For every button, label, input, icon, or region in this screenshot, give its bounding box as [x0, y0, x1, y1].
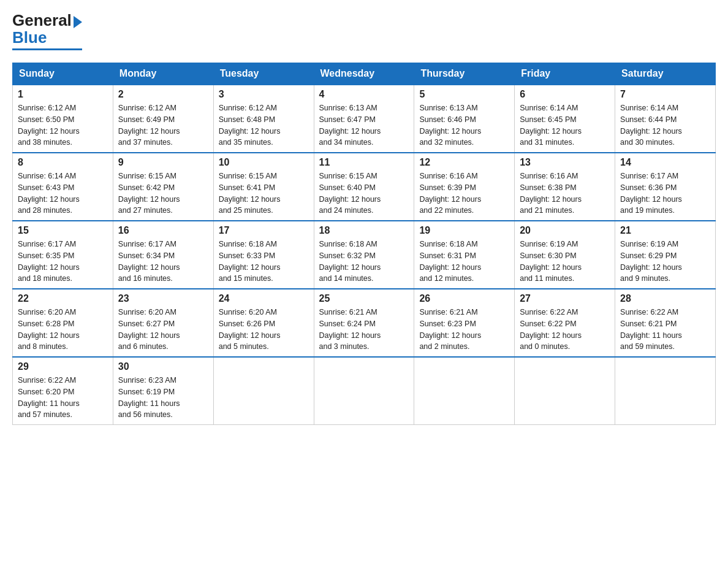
day-number: 14 — [620, 157, 710, 168]
day-info: Sunrise: 6:21 AMSunset: 6:24 PMDaylight:… — [319, 307, 409, 353]
day-number: 24 — [219, 293, 309, 304]
calendar-cell: 17Sunrise: 6:18 AMSunset: 6:33 PMDayligh… — [213, 221, 314, 289]
day-number: 10 — [219, 157, 309, 168]
day-info: Sunrise: 6:22 AMSunset: 6:22 PMDaylight:… — [520, 307, 610, 353]
calendar-cell: 21Sunrise: 6:19 AMSunset: 6:29 PMDayligh… — [615, 221, 716, 289]
calendar-cell: 3Sunrise: 6:12 AMSunset: 6:48 PMDaylight… — [213, 85, 314, 153]
calendar-cell: 2Sunrise: 6:12 AMSunset: 6:49 PMDaylight… — [113, 85, 213, 153]
calendar-week-4: 22Sunrise: 6:20 AMSunset: 6:28 PMDayligh… — [13, 289, 716, 357]
day-number: 15 — [18, 225, 108, 236]
day-info: Sunrise: 6:13 AMSunset: 6:47 PMDaylight:… — [319, 102, 409, 148]
calendar-cell: 6Sunrise: 6:14 AMSunset: 6:45 PMDaylight… — [515, 85, 615, 153]
header-cell-sunday: Sunday — [13, 63, 113, 85]
day-number: 20 — [520, 225, 610, 236]
header-cell-wednesday: Wednesday — [314, 63, 414, 85]
calendar-cell: 14Sunrise: 6:17 AMSunset: 6:36 PMDayligh… — [615, 153, 716, 221]
page-header: General Blue — [12, 12, 716, 50]
calendar-header: SundayMondayTuesdayWednesdayThursdayFrid… — [13, 63, 716, 85]
calendar-table: SundayMondayTuesdayWednesdayThursdayFrid… — [12, 63, 716, 425]
day-number: 3 — [219, 89, 309, 100]
day-info: Sunrise: 6:22 AMSunset: 6:20 PMDaylight:… — [18, 375, 108, 421]
calendar-cell: 9Sunrise: 6:15 AMSunset: 6:42 PMDaylight… — [113, 153, 213, 221]
calendar-cell: 5Sunrise: 6:13 AMSunset: 6:46 PMDaylight… — [414, 85, 515, 153]
day-number: 16 — [118, 225, 208, 236]
calendar-cell: 22Sunrise: 6:20 AMSunset: 6:28 PMDayligh… — [13, 289, 113, 357]
calendar-cell: 30Sunrise: 6:23 AMSunset: 6:19 PMDayligh… — [113, 357, 213, 425]
header-row: SundayMondayTuesdayWednesdayThursdayFrid… — [13, 63, 716, 85]
day-number: 27 — [520, 293, 610, 304]
logo-arrow-icon — [74, 16, 82, 28]
day-number: 19 — [419, 225, 509, 236]
day-info: Sunrise: 6:12 AMSunset: 6:48 PMDaylight:… — [219, 102, 309, 148]
day-info: Sunrise: 6:23 AMSunset: 6:19 PMDaylight:… — [118, 375, 208, 421]
calendar-cell: 23Sunrise: 6:20 AMSunset: 6:27 PMDayligh… — [113, 289, 213, 357]
day-info: Sunrise: 6:22 AMSunset: 6:21 PMDaylight:… — [620, 307, 710, 353]
day-info: Sunrise: 6:15 AMSunset: 6:42 PMDaylight:… — [118, 170, 208, 216]
calendar-cell — [515, 357, 615, 425]
day-info: Sunrise: 6:14 AMSunset: 6:45 PMDaylight:… — [520, 102, 610, 148]
day-number: 1 — [18, 89, 108, 100]
day-number: 29 — [18, 361, 108, 372]
day-info: Sunrise: 6:20 AMSunset: 6:27 PMDaylight:… — [118, 307, 208, 353]
calendar-week-3: 15Sunrise: 6:17 AMSunset: 6:35 PMDayligh… — [13, 221, 716, 289]
day-info: Sunrise: 6:15 AMSunset: 6:41 PMDaylight:… — [219, 170, 309, 216]
calendar-cell: 28Sunrise: 6:22 AMSunset: 6:21 PMDayligh… — [615, 289, 716, 357]
calendar-cell: 7Sunrise: 6:14 AMSunset: 6:44 PMDaylight… — [615, 85, 716, 153]
day-info: Sunrise: 6:21 AMSunset: 6:23 PMDaylight:… — [419, 307, 509, 353]
calendar-cell: 10Sunrise: 6:15 AMSunset: 6:41 PMDayligh… — [213, 153, 314, 221]
header-cell-tuesday: Tuesday — [213, 63, 314, 85]
calendar-week-2: 8Sunrise: 6:14 AMSunset: 6:43 PMDaylight… — [13, 153, 716, 221]
day-number: 25 — [319, 293, 409, 304]
day-number: 6 — [520, 89, 610, 100]
day-info: Sunrise: 6:18 AMSunset: 6:31 PMDaylight:… — [419, 239, 509, 285]
calendar-body: 1Sunrise: 6:12 AMSunset: 6:50 PMDaylight… — [13, 85, 716, 425]
calendar-cell: 12Sunrise: 6:16 AMSunset: 6:39 PMDayligh… — [414, 153, 515, 221]
day-number: 17 — [219, 225, 309, 236]
day-info: Sunrise: 6:16 AMSunset: 6:38 PMDaylight:… — [520, 170, 610, 216]
header-cell-thursday: Thursday — [414, 63, 515, 85]
day-info: Sunrise: 6:17 AMSunset: 6:35 PMDaylight:… — [18, 239, 108, 285]
day-info: Sunrise: 6:14 AMSunset: 6:43 PMDaylight:… — [18, 170, 108, 216]
day-info: Sunrise: 6:12 AMSunset: 6:49 PMDaylight:… — [118, 102, 208, 148]
day-number: 4 — [319, 89, 409, 100]
day-info: Sunrise: 6:14 AMSunset: 6:44 PMDaylight:… — [620, 102, 710, 148]
day-info: Sunrise: 6:20 AMSunset: 6:26 PMDaylight:… — [219, 307, 309, 353]
calendar-cell — [213, 357, 314, 425]
day-number: 30 — [118, 361, 208, 372]
day-number: 18 — [319, 225, 409, 236]
logo: General Blue — [12, 12, 82, 50]
day-number: 9 — [118, 157, 208, 168]
day-number: 11 — [319, 157, 409, 168]
day-number: 23 — [118, 293, 208, 304]
day-info: Sunrise: 6:20 AMSunset: 6:28 PMDaylight:… — [18, 307, 108, 353]
day-number: 12 — [419, 157, 509, 168]
logo-blue-word: Blue — [12, 28, 47, 47]
header-cell-friday: Friday — [515, 63, 615, 85]
day-number: 21 — [620, 225, 710, 236]
calendar-cell: 27Sunrise: 6:22 AMSunset: 6:22 PMDayligh… — [515, 289, 615, 357]
day-info: Sunrise: 6:12 AMSunset: 6:50 PMDaylight:… — [18, 102, 108, 148]
day-info: Sunrise: 6:13 AMSunset: 6:46 PMDaylight:… — [419, 102, 509, 148]
header-cell-saturday: Saturday — [615, 63, 716, 85]
header-cell-monday: Monday — [113, 63, 213, 85]
calendar-week-1: 1Sunrise: 6:12 AMSunset: 6:50 PMDaylight… — [13, 85, 716, 153]
day-info: Sunrise: 6:19 AMSunset: 6:30 PMDaylight:… — [520, 239, 610, 285]
calendar-cell: 4Sunrise: 6:13 AMSunset: 6:47 PMDaylight… — [314, 85, 414, 153]
calendar-cell: 24Sunrise: 6:20 AMSunset: 6:26 PMDayligh… — [213, 289, 314, 357]
calendar-cell: 19Sunrise: 6:18 AMSunset: 6:31 PMDayligh… — [414, 221, 515, 289]
day-info: Sunrise: 6:17 AMSunset: 6:34 PMDaylight:… — [118, 239, 208, 285]
calendar-week-5: 29Sunrise: 6:22 AMSunset: 6:20 PMDayligh… — [13, 357, 716, 425]
day-info: Sunrise: 6:15 AMSunset: 6:40 PMDaylight:… — [319, 170, 409, 216]
calendar-cell: 25Sunrise: 6:21 AMSunset: 6:24 PMDayligh… — [314, 289, 414, 357]
day-number: 5 — [419, 89, 509, 100]
day-number: 2 — [118, 89, 208, 100]
calendar-cell: 15Sunrise: 6:17 AMSunset: 6:35 PMDayligh… — [13, 221, 113, 289]
day-number: 22 — [18, 293, 108, 304]
day-info: Sunrise: 6:16 AMSunset: 6:39 PMDaylight:… — [419, 170, 509, 216]
calendar-cell: 16Sunrise: 6:17 AMSunset: 6:34 PMDayligh… — [113, 221, 213, 289]
day-number: 13 — [520, 157, 610, 168]
calendar-cell: 1Sunrise: 6:12 AMSunset: 6:50 PMDaylight… — [13, 85, 113, 153]
day-info: Sunrise: 6:18 AMSunset: 6:33 PMDaylight:… — [219, 239, 309, 285]
logo-underline — [12, 48, 82, 50]
day-info: Sunrise: 6:18 AMSunset: 6:32 PMDaylight:… — [319, 239, 409, 285]
